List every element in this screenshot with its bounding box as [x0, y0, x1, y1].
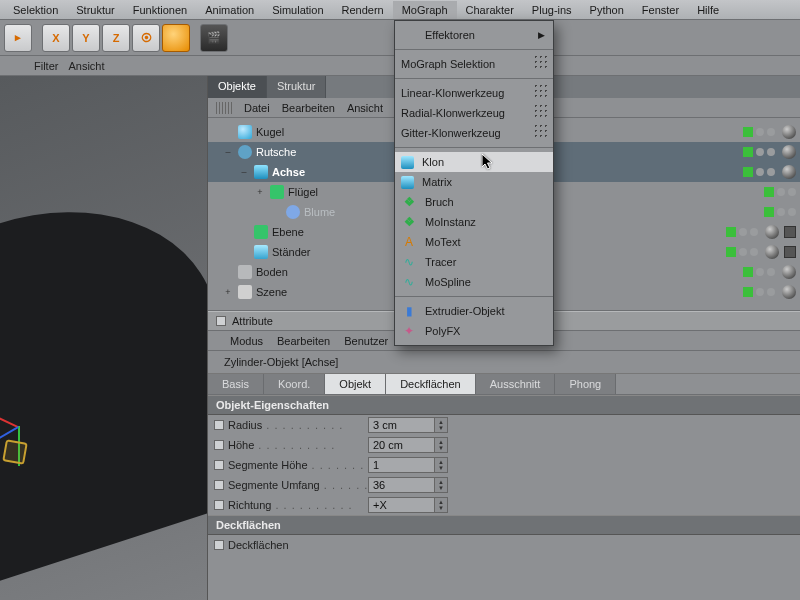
axis-z-button[interactable]: Z [102, 24, 130, 52]
menu-item-tracer[interactable]: ∿Tracer [395, 252, 553, 272]
attr-tab-deckflächen[interactable]: Deckflächen [386, 374, 476, 394]
spinner-icon[interactable]: ▲▼ [434, 417, 448, 433]
menu-hilfe[interactable]: Hilfe [688, 1, 728, 19]
obj-menu-edit[interactable]: Bearbeiten [282, 102, 335, 114]
world-button[interactable] [162, 24, 190, 52]
menu-rendern[interactable]: Rendern [333, 1, 393, 19]
menu-item-effektoren[interactable]: Effektoren▶ [395, 25, 553, 45]
menu-plug-ins[interactable]: Plug-ins [523, 1, 581, 19]
visibility-dots[interactable] [743, 282, 796, 302]
toolbar-unknown-left[interactable]: ▸ [4, 24, 32, 52]
material-tag-icon[interactable] [782, 125, 796, 139]
prop-anim-checkbox[interactable] [214, 420, 224, 430]
menu-item-label: Linear-Klonwerkzeug [401, 87, 504, 99]
menu-item-mospline[interactable]: ∿MoSpline [395, 272, 553, 292]
menu-item-klon[interactable]: Klon [395, 152, 553, 172]
obj-tab-objekte[interactable]: Objekte [208, 76, 267, 98]
visibility-dots[interactable] [743, 142, 796, 162]
prop-value-input[interactable] [368, 477, 434, 493]
menu-item-bruch[interactable]: ❖Bruch [395, 192, 553, 212]
spinner-icon[interactable]: ▲▼ [434, 437, 448, 453]
prop-anim-checkbox[interactable] [214, 460, 224, 470]
attribute-lock-icon[interactable] [216, 316, 226, 326]
spinner-icon[interactable]: ▲▼ [434, 477, 448, 493]
attr-tab-koord[interactable]: Koord. [264, 374, 325, 394]
menu-item-moinstanz[interactable]: ❖MoInstanz [395, 212, 553, 232]
obj-menu-file[interactable]: Datei [244, 102, 270, 114]
phong-tag-icon[interactable] [784, 246, 796, 258]
attr-menu-edit[interactable]: Bearbeiten [277, 335, 330, 347]
visibility-dots[interactable] [764, 202, 796, 222]
cube-icon [254, 245, 268, 259]
attribute-object-title-row: Zylinder-Objekt [Achse] [208, 351, 800, 373]
prop-anim-checkbox[interactable] [214, 440, 224, 450]
mograph-menu[interactable]: Effektoren▶MoGraph SelektionLinear-Klonw… [394, 20, 554, 346]
expand-icon[interactable]: + [222, 287, 234, 297]
menu-item-gitter-klonwerkzeug[interactable]: Gitter-Klonwerkzeug [395, 123, 553, 143]
menu-item-label: Effektoren [425, 29, 475, 41]
menu-item-polyfx[interactable]: ✦PolyFX [395, 321, 553, 341]
axis-lock-button[interactable]: ⦿ [132, 24, 160, 52]
visibility-dots[interactable] [743, 162, 796, 182]
visibility-dots[interactable] [726, 242, 796, 262]
expand-icon[interactable]: – [238, 167, 250, 177]
prop-anim-checkbox[interactable] [214, 500, 224, 510]
material-tag-icon[interactable] [782, 265, 796, 279]
menu-item-extrudier-objekt[interactable]: ▮Extrudier-Objekt [395, 301, 553, 321]
expand-icon[interactable]: + [254, 187, 266, 197]
menu-item-mograph-selektion[interactable]: MoGraph Selektion [395, 54, 553, 74]
menu-item-linear-klonwerkzeug[interactable]: Linear-Klonwerkzeug [395, 83, 553, 103]
caps-checkbox[interactable] [214, 540, 224, 550]
prop-value-input[interactable] [368, 417, 434, 433]
menu-mograph[interactable]: MoGraph [393, 1, 457, 19]
visibility-dots[interactable] [743, 262, 796, 282]
menu-animation[interactable]: Animation [196, 1, 263, 19]
attr-menu-user[interactable]: Benutzer [344, 335, 388, 347]
attr-tab-objekt[interactable]: Objekt [325, 374, 386, 394]
menu-selektion[interactable]: Selektion [4, 1, 67, 19]
attribute-panel-title: Attribute [232, 315, 273, 327]
material-tag-icon[interactable] [765, 245, 779, 259]
spinner-icon[interactable]: ▲▼ [434, 497, 448, 513]
menu-item-radial-klonwerkzeug[interactable]: Radial-Klonwerkzeug [395, 103, 553, 123]
menu-charakter[interactable]: Charakter [457, 1, 523, 19]
phong-tag-icon[interactable] [784, 226, 796, 238]
material-tag-icon[interactable] [765, 225, 779, 239]
material-tag-icon[interactable] [782, 285, 796, 299]
material-tag-icon[interactable] [782, 165, 796, 179]
attr-tab-phong[interactable]: Phong [555, 374, 616, 394]
prop-anim-checkbox[interactable] [214, 480, 224, 490]
prop-value-input[interactable] [368, 497, 434, 513]
menu-simulation[interactable]: Simulation [263, 1, 332, 19]
view-menu[interactable]: Ansicht [68, 60, 104, 72]
prop-value-input[interactable] [368, 437, 434, 453]
attr-tab-ausschnitt[interactable]: Ausschnitt [476, 374, 556, 394]
axis-x-button[interactable]: X [42, 24, 70, 52]
attr-menu-mode[interactable]: Modus [230, 335, 263, 347]
menu-funktionen[interactable]: Funktionen [124, 1, 196, 19]
scene-icon [238, 285, 252, 299]
obj-menu-view[interactable]: Ansicht [347, 102, 383, 114]
viewport[interactable] [0, 76, 208, 600]
render-button[interactable]: 🎬 [200, 24, 228, 52]
menu-item-matrix[interactable]: Matrix [395, 172, 553, 192]
menu-python[interactable]: Python [581, 1, 633, 19]
visibility-dots[interactable] [726, 222, 796, 242]
axis-y-button[interactable]: Y [72, 24, 100, 52]
obj-tab-struktur[interactable]: Struktur [267, 76, 327, 98]
attr-tab-basis[interactable]: Basis [208, 374, 264, 394]
menu-fenster[interactable]: Fenster [633, 1, 688, 19]
prop-radius: Radius▲▼ [208, 415, 800, 435]
menu-struktur[interactable]: Struktur [67, 1, 124, 19]
spinner-icon[interactable]: ▲▼ [434, 457, 448, 473]
prop-value-input[interactable] [368, 457, 434, 473]
menu-item-label: MoText [425, 236, 460, 248]
visibility-dots[interactable] [743, 122, 796, 142]
main-menubar: SelektionStrukturFunktionenAnimationSimu… [0, 0, 800, 20]
menu-item-motext[interactable]: AMoText [395, 232, 553, 252]
expand-icon[interactable]: – [222, 147, 234, 157]
visibility-dots[interactable] [764, 182, 796, 202]
material-tag-icon[interactable] [782, 145, 796, 159]
filter-menu[interactable]: Filter [34, 60, 58, 72]
poly-icon [254, 225, 268, 239]
